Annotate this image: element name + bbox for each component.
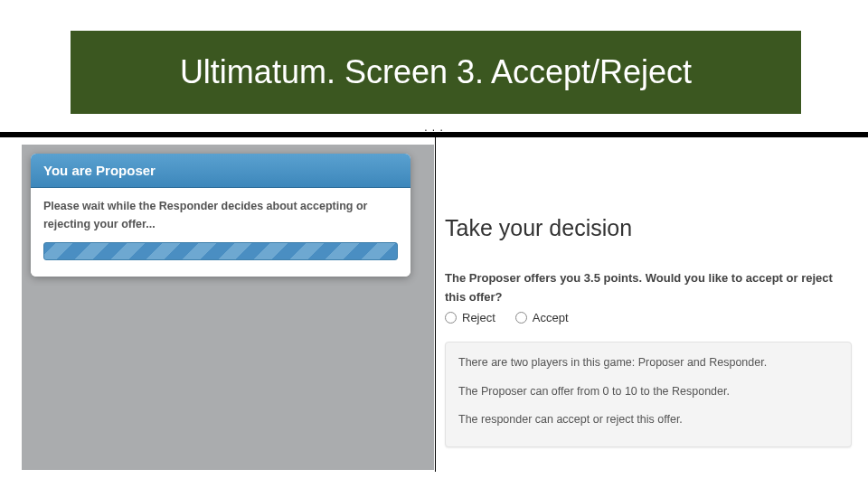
proposer-role-header: You are Proposer xyxy=(31,154,410,188)
reject-option[interactable]: Reject xyxy=(445,311,495,324)
game-info-box: There are two players in this game: Prop… xyxy=(445,342,852,447)
vertical-divider xyxy=(435,137,436,472)
info-line-1: There are two players in this game: Prop… xyxy=(458,355,838,371)
info-line-2: The Proposer can offer from 0 to 10 to t… xyxy=(458,384,838,400)
slide-header: Ultimatum. Screen 3. Accept/Reject xyxy=(71,31,801,114)
accept-option[interactable]: Accept xyxy=(515,311,569,324)
separator-bar xyxy=(0,132,868,137)
responder-question: The Proposer offers you 3.5 points. Woul… xyxy=(445,269,843,307)
progress-bar xyxy=(43,242,398,260)
info-line-3: The responder can accept or reject this … xyxy=(458,412,838,428)
slide-title: Ultimatum. Screen 3. Accept/Reject xyxy=(180,53,692,91)
responder-panel: Take your decision The Proposer offers y… xyxy=(445,145,857,479)
decision-options: Reject Accept xyxy=(445,311,569,324)
radio-icon[interactable] xyxy=(515,312,527,324)
accept-label: Accept xyxy=(533,311,569,324)
reject-label: Reject xyxy=(462,311,495,324)
responder-heading: Take your decision xyxy=(445,215,632,241)
proposer-panel: You are Proposer Please wait while the R… xyxy=(22,145,434,470)
proposer-card-body: Please wait while the Responder decides … xyxy=(31,188,410,277)
proposer-card: You are Proposer Please wait while the R… xyxy=(31,154,410,277)
radio-icon[interactable] xyxy=(445,312,457,324)
proposer-wait-text: Please wait while the Responder decides … xyxy=(43,197,398,233)
